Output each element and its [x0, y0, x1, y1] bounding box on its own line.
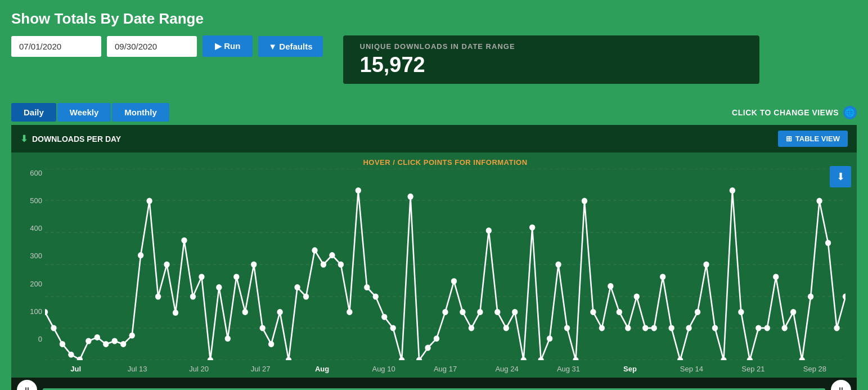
- data-point[interactable]: [86, 338, 91, 344]
- data-point[interactable]: [764, 325, 770, 331]
- data-point[interactable]: [312, 247, 317, 253]
- data-point[interactable]: [242, 309, 248, 315]
- data-point[interactable]: [521, 357, 527, 360]
- data-point[interactable]: [181, 237, 187, 244]
- tab-daily[interactable]: Daily: [11, 103, 56, 122]
- data-point[interactable]: [294, 284, 300, 290]
- data-point[interactable]: [486, 227, 492, 234]
- data-point[interactable]: [460, 309, 465, 315]
- data-point[interactable]: [555, 262, 561, 268]
- data-point[interactable]: [434, 335, 439, 342]
- data-point[interactable]: [164, 262, 169, 268]
- data-point[interactable]: [547, 335, 552, 342]
- data-point[interactable]: [799, 357, 805, 360]
- data-point[interactable]: [425, 345, 430, 351]
- data-point[interactable]: [660, 274, 665, 280]
- data-point[interactable]: [95, 334, 100, 340]
- data-point[interactable]: [129, 333, 135, 339]
- data-point[interactable]: [216, 284, 222, 290]
- data-point[interactable]: [260, 325, 266, 331]
- data-point[interactable]: [634, 294, 640, 300]
- data-point[interactable]: [625, 325, 631, 331]
- scroll-right-handle[interactable]: ⏸: [831, 380, 851, 390]
- data-point[interactable]: [755, 325, 761, 331]
- data-point[interactable]: [268, 341, 274, 347]
- data-point[interactable]: [747, 357, 753, 360]
- data-point[interactable]: [790, 309, 796, 315]
- data-point[interactable]: [329, 252, 335, 258]
- data-point[interactable]: [208, 357, 213, 360]
- data-point[interactable]: [407, 194, 413, 200]
- end-date-input[interactable]: [107, 36, 197, 57]
- data-point[interactable]: [233, 274, 239, 280]
- data-point[interactable]: [825, 240, 831, 246]
- data-point[interactable]: [469, 325, 474, 331]
- data-point[interactable]: [225, 335, 231, 342]
- data-point[interactable]: [642, 325, 648, 331]
- data-point[interactable]: [599, 325, 605, 331]
- data-point[interactable]: [68, 352, 74, 358]
- data-point[interactable]: [564, 325, 570, 331]
- change-views-button[interactable]: CLICK TO CHANGE VIEWS 🌐: [732, 106, 857, 119]
- data-point[interactable]: [338, 262, 344, 268]
- data-point[interactable]: [503, 325, 509, 331]
- data-point[interactable]: [112, 338, 118, 344]
- data-point[interactable]: [356, 187, 361, 194]
- data-point[interactable]: [477, 309, 483, 315]
- data-point[interactable]: [686, 325, 691, 331]
- data-point[interactable]: [668, 325, 674, 331]
- data-point[interactable]: [808, 294, 813, 300]
- tab-weekly[interactable]: Weekly: [57, 103, 111, 122]
- tab-monthly[interactable]: Monthly: [112, 103, 169, 122]
- data-point[interactable]: [190, 294, 196, 300]
- data-point[interactable]: [738, 309, 744, 315]
- data-point[interactable]: [494, 309, 500, 315]
- data-point[interactable]: [834, 325, 839, 331]
- data-point[interactable]: [442, 309, 448, 315]
- data-point[interactable]: [703, 262, 709, 268]
- data-point[interactable]: [816, 198, 822, 204]
- data-point[interactable]: [608, 283, 613, 289]
- data-point[interactable]: [773, 274, 779, 280]
- data-point[interactable]: [651, 325, 657, 331]
- data-point[interactable]: [529, 225, 535, 231]
- data-point[interactable]: [103, 341, 109, 347]
- data-point[interactable]: [138, 252, 143, 258]
- data-point[interactable]: [843, 294, 845, 300]
- data-point[interactable]: [721, 357, 726, 360]
- data-point[interactable]: [364, 284, 370, 290]
- data-point[interactable]: [277, 309, 282, 315]
- run-button[interactable]: ▶ Run: [203, 35, 253, 57]
- data-point[interactable]: [60, 341, 65, 347]
- data-point[interactable]: [155, 294, 161, 300]
- data-point[interactable]: [695, 309, 700, 315]
- data-point[interactable]: [173, 310, 178, 316]
- data-point[interactable]: [381, 314, 387, 320]
- data-point[interactable]: [120, 341, 126, 347]
- data-point[interactable]: [582, 198, 587, 204]
- data-point[interactable]: [399, 357, 404, 360]
- data-point[interactable]: [77, 356, 83, 360]
- data-point[interactable]: [573, 357, 578, 360]
- data-point[interactable]: [590, 309, 596, 315]
- data-point[interactable]: [712, 325, 718, 331]
- data-point[interactable]: [677, 357, 683, 360]
- data-point[interactable]: [373, 294, 379, 300]
- table-view-button[interactable]: ⊞ TABLE VIEW: [778, 131, 848, 147]
- scroll-left-handle[interactable]: ⏸: [17, 380, 37, 390]
- data-point[interactable]: [51, 325, 56, 331]
- defaults-button[interactable]: ▼ Defaults: [258, 36, 322, 57]
- data-point[interactable]: [451, 278, 457, 284]
- data-point[interactable]: [45, 309, 48, 315]
- download-chart-button[interactable]: ⬇: [830, 166, 851, 187]
- data-point[interactable]: [782, 325, 788, 331]
- data-point[interactable]: [146, 198, 152, 204]
- data-point[interactable]: [730, 187, 735, 194]
- data-point[interactable]: [303, 294, 309, 300]
- data-point[interactable]: [617, 309, 622, 315]
- data-point[interactable]: [390, 325, 396, 331]
- data-point[interactable]: [199, 274, 204, 280]
- data-point[interactable]: [286, 357, 291, 360]
- data-point[interactable]: [512, 309, 518, 315]
- data-point[interactable]: [347, 309, 352, 315]
